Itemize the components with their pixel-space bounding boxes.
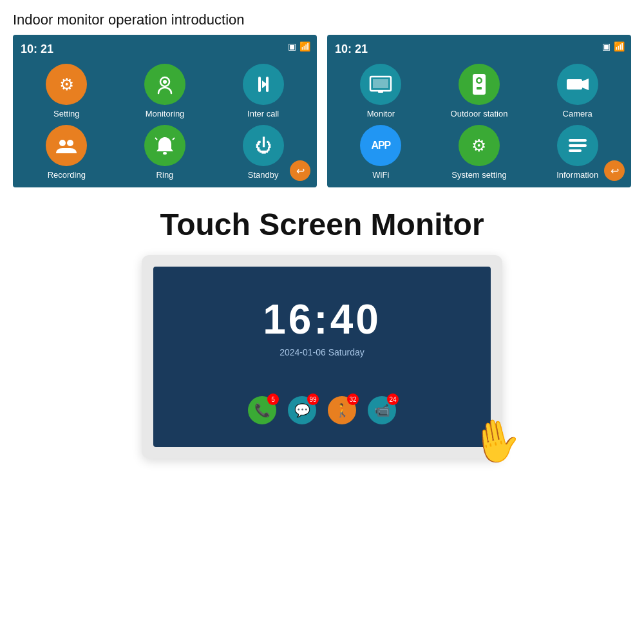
back-button-2[interactable]: ↩ (604, 160, 625, 181)
svg-rect-21 (569, 149, 582, 152)
page-container: Indoor monitor operation introduction 10… (0, 0, 644, 459)
screen2-top-right-icons: ▣ 📶 (602, 41, 625, 52)
setting-label: Setting (53, 109, 79, 118)
outdoor-station-icon (459, 64, 500, 105)
camera-icon-item[interactable]: Camera (531, 64, 623, 118)
video-icon-wrap[interactable]: 📹 24 (368, 396, 396, 424)
ring-label: Ring (156, 170, 174, 180)
screen2-icons-grid: Monitor Outdoor station (335, 64, 623, 180)
wifi-icon-2: 📶 (614, 41, 625, 52)
screen1-top-right-icons: ▣ 📶 (288, 41, 310, 52)
monitor-bottom-icons: 📞 5 💬 99 🚶 32 📹 24 (248, 396, 396, 424)
sd-card-icon: ▣ (288, 41, 296, 52)
camera-icon (557, 64, 598, 105)
monitoring-icon (144, 64, 185, 105)
monitor-screen: 16:40 2024-01-06 Saturday 📞 5 💬 99 🚶 32 (153, 267, 491, 447)
svg-line-9 (173, 138, 175, 140)
svg-point-15 (477, 79, 480, 82)
wifi-icon: 📶 (299, 41, 310, 52)
camera-label: Camera (563, 109, 592, 118)
intercall-icon-item[interactable]: Inter call (217, 64, 309, 118)
back-button-1[interactable]: ↩ (290, 160, 310, 181)
intercall-icon (243, 64, 284, 105)
svg-rect-17 (567, 79, 582, 90)
monitor-date: 2024-01-06 Saturday (279, 347, 365, 357)
standby-icon: ⏻ (243, 125, 284, 166)
wifi-icon-item[interactable]: APP WiFi (335, 125, 427, 180)
message-badge: 99 (307, 393, 319, 405)
monitor-section: Touch Screen Monitor 16:40 2024-01-06 Sa… (0, 200, 644, 459)
motion-badge: 32 (347, 393, 359, 405)
hand-pointing-icon: 🤚 (466, 413, 526, 469)
system-setting-icon: ⚙ (459, 125, 500, 166)
outdoor-station-icon-item[interactable]: Outdoor station (433, 64, 526, 118)
standby-label: Standby (248, 170, 279, 180)
recording-icon (46, 125, 87, 166)
call-badge: 5 (267, 393, 279, 405)
svg-rect-7 (163, 152, 167, 155)
screen2-panel: 10: 21 ▣ 📶 Monitor (327, 35, 631, 187)
monitor-icon (360, 64, 401, 105)
svg-rect-20 (569, 144, 587, 147)
svg-point-5 (59, 140, 66, 146)
screens-row: 10: 21 ▣ 📶 ⚙ Setting (0, 35, 644, 187)
monitoring-label: Monitoring (146, 109, 185, 118)
svg-point-6 (67, 140, 73, 146)
sd-card-icon-2: ▣ (602, 41, 611, 52)
video-badge: 24 (387, 393, 399, 405)
svg-rect-2 (258, 77, 261, 92)
wifi-label: WiFi (372, 170, 389, 180)
system-setting-label: System setting (451, 170, 506, 180)
intercall-label: Inter call (247, 109, 279, 118)
screen2-time: 10: 21 (335, 43, 623, 56)
page-title: Indoor monitor operation introduction (0, 0, 644, 35)
svg-marker-18 (582, 79, 589, 90)
screen1-time: 10: 21 (21, 43, 309, 56)
information-label: Information (556, 170, 598, 180)
svg-rect-12 (378, 91, 383, 93)
recording-icon-item[interactable]: Recording (21, 125, 113, 180)
screen1-icons-grid: ⚙ Setting Monitoring (21, 64, 309, 180)
screen1-panel: 10: 21 ▣ 📶 ⚙ Setting (13, 35, 317, 187)
svg-rect-11 (373, 79, 388, 88)
wifi-app-icon: APP (360, 125, 401, 166)
message-icon-wrap[interactable]: 💬 99 (288, 396, 316, 424)
outdoor-station-label: Outdoor station (451, 109, 508, 118)
monitoring-icon-item[interactable]: Monitoring (119, 64, 211, 118)
call-icon-wrap[interactable]: 📞 5 (248, 396, 276, 424)
system-setting-icon-item[interactable]: ⚙ System setting (433, 125, 526, 180)
svg-rect-16 (477, 87, 482, 90)
setting-icon-item[interactable]: ⚙ Setting (21, 64, 113, 118)
monitor-icon-item[interactable]: Monitor (335, 64, 427, 118)
information-icon (557, 125, 598, 166)
svg-rect-19 (569, 139, 587, 142)
monitor-section-title: Touch Screen Monitor (160, 207, 484, 242)
monitor-clock: 16:40 (263, 296, 381, 343)
monitor-label: Monitor (367, 109, 395, 118)
setting-icon: ⚙ (46, 64, 87, 105)
monitor-frame: 16:40 2024-01-06 Saturday 📞 5 💬 99 🚶 32 (142, 255, 502, 459)
ring-icon (144, 125, 185, 166)
svg-point-1 (163, 80, 167, 84)
svg-rect-13 (473, 74, 486, 95)
motion-icon-wrap[interactable]: 🚶 32 (328, 396, 356, 424)
ring-icon-item[interactable]: Ring (119, 125, 211, 180)
recording-label: Recording (48, 170, 86, 180)
svg-line-8 (155, 138, 157, 140)
